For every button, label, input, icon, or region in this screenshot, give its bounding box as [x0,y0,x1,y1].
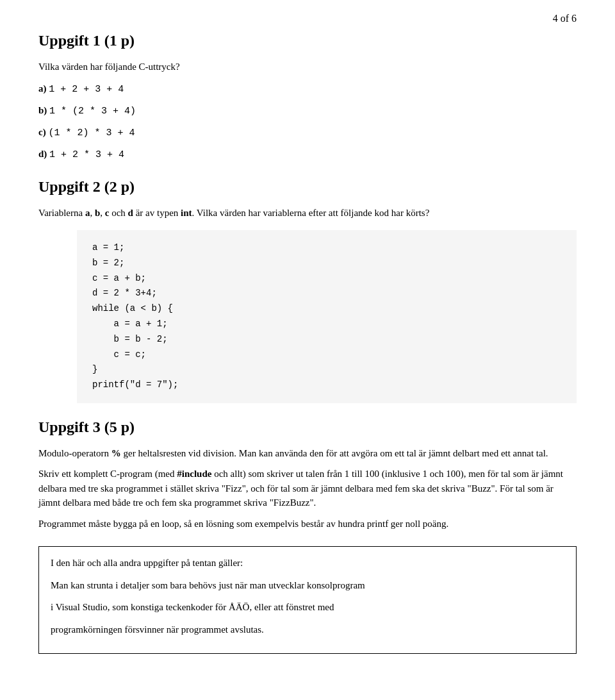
task1-section: Uppgift 1 (1 p) Vilka värden har följand… [38,32,577,163]
page-number: 4 of 6 [553,13,577,24]
task2-section: Uppgift 2 (2 p) Variablerna a, b, c och … [38,178,577,403]
task2-var-b-bold: b [95,208,100,218]
task2-var-d-bold: d [128,208,133,218]
task2-var-c-bold: c [105,208,110,218]
task1-code-c: (1 * 2) * 3 + 4 [48,128,135,138]
task1-item-d: d) 1 + 2 * 3 + 4 [38,146,577,163]
task1-code-b: 1 * (2 * 3 + 4) [49,106,136,117]
task2-type-bold: int [181,208,192,218]
task2-intro: Variablerna a, b, c och d är av typen in… [38,206,577,221]
task2-vars-bold: a [85,208,90,218]
notice-line1: I den här och alla andra uppgifter på te… [51,556,564,571]
task3-percent: % [111,448,121,458]
task1-label-d: d) [38,149,47,159]
task1-title: Uppgift 1 (1 p) [38,32,577,49]
notice-line4: programkörningen försvinner när programm… [51,622,564,637]
task3-para1: Modulo-operatorn % ger heltalsresten vid… [38,446,577,461]
task2-title: Uppgift 2 (2 p) [38,178,577,196]
task1-item-b: b) 1 * (2 * 3 + 4) [38,103,577,119]
task3-section: Uppgift 3 (5 p) Modulo-operatorn % ger h… [38,419,577,531]
task1-question: Vilka värden har följande C-uttryck? [38,60,577,74]
task3-include: #include [177,469,211,479]
notice-line3: i Visual Studio, som konstiga teckenkode… [51,600,564,615]
task1-label-a: a) [38,83,47,94]
task3-title: Uppgift 3 (5 p) [38,419,577,436]
notice-box: I den här och alla andra uppgifter på te… [38,546,577,654]
task1-item-a: a) 1 + 2 + 3 + 4 [38,81,577,97]
task1-code-a: 1 + 2 + 3 + 4 [49,84,124,95]
task2-code-block: a = 1; b = 2; c = a + b; d = 2 * 3+4; wh… [77,230,577,403]
notice-line2: Man kan strunta i detaljer som bara behö… [51,578,564,593]
task1-item-c: c) (1 * 2) * 3 + 4 [38,124,577,141]
task3-para2: Skriv ett komplett C-program (med #inclu… [38,467,577,510]
task1-code-d: 1 + 2 * 3 + 4 [49,149,124,160]
task1-label-b: b) [38,105,47,115]
task1-label-c: c) [38,127,46,137]
task3-para3: Programmet måste bygga på en loop, så en… [38,517,577,531]
